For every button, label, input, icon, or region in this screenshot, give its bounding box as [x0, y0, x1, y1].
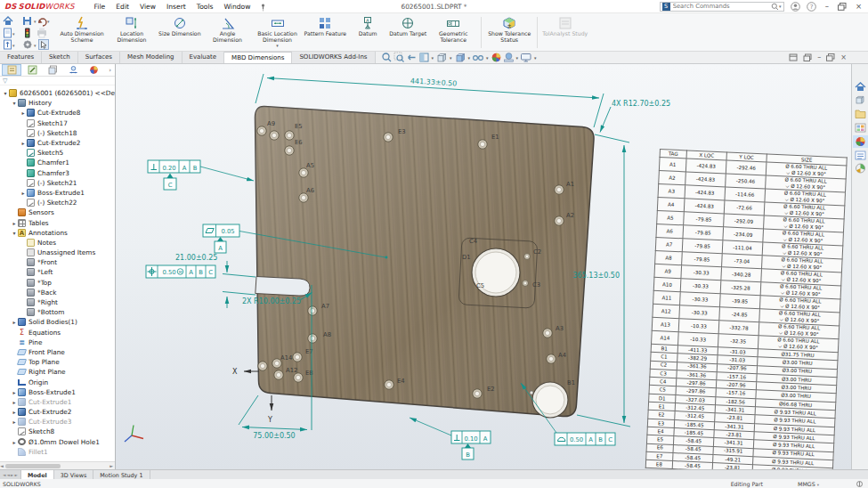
gdt-perpendicularity-bottom[interactable]: 0.10 A B [410, 418, 491, 460]
hole-label-d1[interactable]: D1 [462, 254, 471, 261]
expander-icon[interactable]: ▸ [20, 110, 27, 116]
publish-dropdown-icon[interactable]: ▾ [12, 43, 15, 48]
tree-item--back[interactable]: *Back [0, 288, 115, 297]
tree-item-cut-extrude8[interactable]: ▸Cut-Extrude8 [0, 108, 115, 118]
options-dropdown-icon[interactable]: ▾ [34, 43, 37, 48]
zoom-to-area-icon[interactable] [393, 52, 405, 63]
tree-item-chamfer3[interactable]: Chamfer3 [0, 168, 115, 178]
hole[interactable] [523, 281, 526, 284]
hide-show-items-icon[interactable] [472, 52, 484, 63]
restore-button[interactable] [838, 3, 847, 11]
tree-item-60265001-60265001-default-display[interactable]: ▾60265001 (60265001) <<Default>_Display [0, 88, 115, 98]
tree-item--bottom[interactable]: *Bottom [0, 307, 115, 317]
tree-item-front-plane[interactable]: Front Plane [0, 347, 115, 357]
dimension-datum-offset[interactable]: 75.00±0.50 [253, 432, 295, 440]
tree-item-right-plane[interactable]: Right Plane [0, 367, 115, 377]
new-dropdown-icon[interactable]: ▾ [12, 31, 15, 37]
dimension-slot-width[interactable]: 21.00±0.25 [175, 254, 217, 262]
tree-item--sketch18[interactable]: (-) Sketch18 [0, 128, 115, 138]
select-arrow-icon[interactable] [39, 40, 49, 50]
search-icon[interactable] [771, 3, 779, 11]
pin-menu-icon[interactable] [259, 0, 267, 15]
basic-location-dimension-button[interactable]: Basic Location Dimension ▾ [253, 14, 303, 51]
print-icon[interactable] [37, 28, 46, 38]
tree-item-pine[interactable]: Pine [0, 338, 115, 347]
tree-item-cut-extrude1[interactable]: ▸Cut-Extrude1 [0, 397, 115, 407]
datum-button[interactable]: A Datum [348, 14, 387, 51]
hole-label-a3[interactable]: A3 [556, 325, 564, 332]
pattern-feature-button[interactable]: Pattern Feature [303, 14, 349, 51]
tree-item-cut-extrude2[interactable]: ▸Cut-Extrude2 [0, 138, 115, 148]
expander-icon[interactable]: ▸ [11, 389, 18, 395]
file-publish-icon[interactable] [4, 40, 12, 49]
tree-item-cut-extrude2[interactable]: ▸Cut-Extrude2 [0, 407, 115, 417]
menu-view[interactable]: View [134, 2, 161, 12]
tab-mesh-modeling[interactable]: Mesh Modeling [120, 52, 183, 63]
expander-icon[interactable]: ▸ [20, 140, 27, 146]
tree-item-history[interactable]: ▾History [0, 98, 115, 108]
view-orientation-icon[interactable] [435, 52, 448, 63]
tab-sketch[interactable]: Sketch [42, 52, 78, 63]
search-dropdown-icon[interactable]: ▾ [779, 4, 782, 9]
hole[interactable] [530, 391, 533, 394]
tree-item-fillet1[interactable]: Fillet1 [0, 447, 115, 457]
expander-icon[interactable]: ▸ [11, 220, 18, 226]
section-view-icon[interactable] [418, 52, 430, 63]
tree-item--sketch21[interactable]: (-) Sketch21 [0, 178, 115, 188]
datum-target-button[interactable]: Datum Target [387, 14, 428, 51]
slot-cutout[interactable] [256, 277, 310, 297]
tree-item-annotations[interactable]: ▾Annotations [0, 228, 115, 238]
hole-label-c2[interactable]: C2 [533, 248, 541, 256]
tree-horizontal-scrollbar[interactable]: ◄ ► [0, 461, 115, 469]
panel-tabs-expand-icon[interactable]: › [109, 67, 115, 74]
gdt-perpendicularity-top[interactable]: 0.20 A B C [148, 160, 254, 190]
hole-label-a4[interactable]: A4 [558, 352, 566, 359]
hole[interactable] [276, 372, 280, 377]
view-palette-icon[interactable] [856, 124, 865, 132]
hole-label-a1[interactable]: A1 [566, 181, 574, 188]
hole-label-c4[interactable]: C4 [469, 238, 477, 245]
tree-item-origin[interactable]: Origin [0, 377, 115, 386]
tab-solidworks-add-ins[interactable]: SOLIDWORKS Add-Ins [292, 52, 375, 63]
hole-label-e3[interactable]: E3 [398, 128, 406, 135]
angle-dimension-button[interactable]: Angle Dimension [203, 14, 253, 51]
hole-label-e2[interactable]: E2 [487, 386, 495, 393]
hole-label-a7[interactable]: A7 [321, 303, 329, 310]
hole[interactable] [480, 142, 484, 146]
tree-item--left[interactable]: *Left [0, 267, 115, 277]
tree-item-equations[interactable]: Equations [0, 328, 115, 338]
apply-scene-dropdown-icon[interactable]: ▾ [516, 55, 519, 61]
expander-icon[interactable]: ▸ [11, 409, 18, 415]
hole-label-c3[interactable]: C3 [532, 281, 540, 289]
tree-item-boss-extrude1[interactable]: ▸Boss-Extrude1 [0, 188, 115, 198]
tree-item-notes[interactable]: Notes [0, 238, 115, 248]
tree-item-sketch17[interactable]: Sketch17 [0, 118, 115, 128]
hole[interactable] [287, 133, 291, 137]
tab-surfaces[interactable]: Surfaces [78, 52, 120, 63]
tree-item-chamfer1[interactable]: Chamfer1 [0, 158, 115, 167]
expander-icon[interactable]: ▸ [11, 439, 18, 445]
tab-mbd-dimensions[interactable]: MBD Dimensions [224, 52, 292, 63]
hole[interactable] [272, 133, 276, 137]
dimension-height[interactable]: 365.13±0.50 [572, 272, 620, 280]
doc-restore-button[interactable] [826, 53, 835, 61]
show-tolerance-status-button[interactable]: ± Show Tolerance Status [484, 14, 534, 51]
cascade-windows-icon[interactable] [803, 53, 812, 61]
tab-3d-views[interactable]: 3D Views [54, 470, 94, 479]
configuration-manager-tab[interactable] [43, 64, 62, 76]
close-button[interactable]: × [853, 2, 864, 11]
search-commands-box[interactable]: S ▾ [660, 2, 784, 12]
design-library-icon[interactable] [856, 96, 864, 103]
tree-item-tables[interactable]: ▸Tables [0, 217, 115, 227]
zoom-fit-icon[interactable] [381, 52, 393, 63]
hole[interactable] [386, 382, 391, 386]
geometric-tolerance-button[interactable]: Geometric Tolerance [428, 14, 478, 51]
tab-features[interactable]: Features [0, 52, 42, 63]
location-dimension-button[interactable]: Location Dimension [107, 14, 157, 51]
tab-evaluate[interactable]: Evaluate [183, 52, 225, 63]
options-gear-icon[interactable] [24, 41, 32, 49]
hole[interactable] [556, 187, 561, 191]
gdt-position[interactable]: 0.50 M A B C [146, 265, 215, 278]
undo-icon[interactable] [38, 19, 46, 26]
custom-properties-icon[interactable] [856, 151, 865, 159]
